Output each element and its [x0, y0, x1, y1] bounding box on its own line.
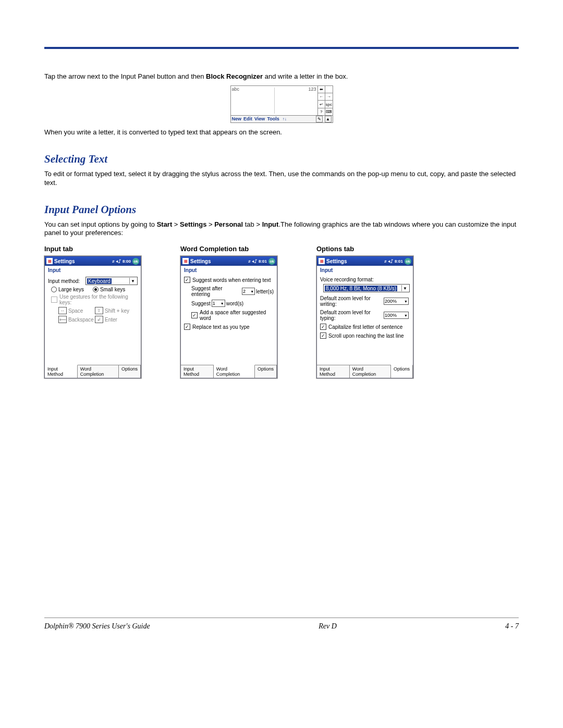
- windows-flag-icon: ⊞: [182, 258, 189, 264]
- intro-line1: Tap the arrow next to the Input Panel bu…: [44, 72, 519, 81]
- ipb-gt2: >: [206, 220, 214, 228]
- input-panel-body: You can set input options by going to St…: [44, 220, 519, 238]
- enter-icon: ↵: [318, 101, 326, 107]
- signal-icon: ⇄ ◀ᛢ: [384, 259, 393, 264]
- tab-input-method[interactable]: Input Method: [45, 365, 78, 378]
- col-title-input: Input tab: [44, 245, 141, 253]
- menu-new: New: [232, 116, 242, 121]
- input-tab-screenshot: ⊞ Settings ⇄ ◀ᛢ 8:00 ok Input Input meth…: [44, 256, 141, 378]
- suggest-n-dropdown[interactable]: 1▼: [212, 300, 225, 307]
- block-recognizer-sidekeys: ⬅ ←→ ↵spc ?⌨: [318, 86, 333, 115]
- triangle-up-icon: ▲: [325, 116, 332, 122]
- intro-line1a: Tap the arrow next to the Input Panel bu…: [44, 72, 206, 80]
- checkbox-capitalize[interactable]: [320, 324, 326, 330]
- radio-large-keys[interactable]: [51, 287, 57, 292]
- options-tab-screenshot: ⊞ Settings ⇄ ◀ᛢ 8:01 ok Input Voice reco…: [316, 256, 413, 378]
- block-recognizer-canvas: abc 123: [231, 86, 318, 115]
- use-gestures-label: Use gestures for the following keys:: [59, 294, 138, 305]
- tab-options[interactable]: Options: [255, 365, 277, 378]
- suggest-n-value: 1: [213, 301, 215, 306]
- chevron-down-icon: ▼: [404, 314, 408, 317]
- suggest-after-dropdown[interactable]: 2▼: [242, 288, 255, 295]
- windows-flag-icon: ⊞: [319, 258, 325, 264]
- chevron-down-icon: ▼: [404, 300, 408, 303]
- ok-button[interactable]: ok: [268, 258, 275, 265]
- back-icon: ⬅: [318, 86, 326, 93]
- selecting-text-body: To edit or format typed text, select it …: [44, 170, 519, 188]
- titlebar-text: Settings: [326, 258, 347, 264]
- updown-icon: ↑↓: [283, 117, 287, 121]
- suggest-n-label-b: word(s): [226, 301, 243, 306]
- voice-format-label: Voice recording format:: [320, 277, 410, 282]
- windows-flag-icon: ⊞: [46, 258, 53, 264]
- menu-tools: Tools: [267, 116, 279, 121]
- keyboard-icon: ⌨: [325, 108, 333, 115]
- zoom-write-dropdown[interactable]: 200%▼: [384, 298, 409, 305]
- suggest-after-label-b: letter(s): [256, 289, 274, 294]
- right-icon: →: [325, 93, 333, 100]
- footer-right: 4 - 7: [505, 622, 519, 631]
- intro-line1c: and write a letter in the box.: [263, 72, 348, 80]
- tab-input-method[interactable]: Input Method: [317, 365, 350, 378]
- wordcompletion-tab-screenshot: ⊞ Settings ⇄ ◀ᛢ 8:01 ok Input Suggest wo…: [180, 256, 277, 378]
- ipb-settings: Settings: [180, 220, 206, 228]
- heading-input-panel-options: Input Panel Options: [44, 203, 519, 216]
- ipb-start: Start: [157, 220, 173, 228]
- menu-edit: Edit: [243, 116, 252, 121]
- titlebar-text: Settings: [190, 258, 211, 264]
- suggest-after-value: 2: [243, 289, 246, 294]
- voice-format-dropdown[interactable]: 8,000 Hz, 8 Bit, Mono (8 KB/s) ▼: [323, 284, 410, 292]
- suggest-n-label-a: Suggest: [191, 301, 211, 306]
- window-subtitle: Input: [45, 266, 141, 275]
- canvas-divider: [274, 88, 275, 114]
- checkbox-scroll[interactable]: [320, 332, 326, 339]
- radio-small-keys[interactable]: [93, 287, 99, 292]
- checkbox-replace-text[interactable]: [184, 324, 190, 330]
- scroll-label: Scroll upon reaching the last line: [328, 333, 404, 339]
- large-keys-label: Large keys: [58, 287, 93, 292]
- ipb-gt1: >: [172, 220, 180, 228]
- zoom-write-label: Default zoom level for writing:: [320, 295, 383, 307]
- capitalize-label: Capitalize first letter of sentence: [328, 324, 402, 330]
- time-label: 8:00: [123, 259, 131, 264]
- checkbox-suggest-words[interactable]: [184, 277, 190, 283]
- gesture-shift-label: Shift + key: [105, 308, 129, 314]
- footer-rule: [44, 618, 519, 618]
- gesture-backspace-label: Backspace: [68, 317, 94, 323]
- tab-options[interactable]: Options: [391, 365, 413, 378]
- ipb-a: You can set input options by going to: [44, 220, 157, 228]
- titlebar-text: Settings: [54, 258, 75, 264]
- zoom-type-value: 100%: [385, 313, 397, 318]
- zoom-type-label: Default zoom level for typing:: [320, 310, 383, 321]
- zoom-type-dropdown[interactable]: 100%▼: [384, 312, 409, 319]
- space-key: spc: [325, 101, 333, 107]
- input-method-dropdown[interactable]: Keyboard ▼: [85, 277, 138, 285]
- top-rule: [44, 47, 519, 49]
- checkbox-add-space[interactable]: [191, 312, 198, 318]
- input-method-label: Input method:: [48, 278, 85, 284]
- chevron-down-icon: ▼: [129, 278, 136, 284]
- tab-input-method[interactable]: Input Method: [181, 365, 214, 378]
- signal-icon: ⇄ ◀ᛢ: [112, 259, 121, 264]
- block-recognizer-figure: abc 123 ⬅ ←→ ↵spc ?⌨ New Edit View Tools…: [230, 85, 333, 123]
- left-icon: ←: [318, 93, 326, 100]
- tab-options[interactable]: Options: [119, 365, 141, 378]
- voice-format-value: 8,000 Hz, 8 Bit, Mono (8 KB/s): [325, 286, 397, 291]
- ipb-tabword: tab >: [243, 220, 262, 228]
- time-label: 8:01: [395, 259, 403, 264]
- tab-word-completion[interactable]: Word Completion: [214, 365, 255, 378]
- checkbox-use-gestures[interactable]: [51, 297, 57, 303]
- tab-word-completion[interactable]: Word Completion: [350, 365, 391, 378]
- time-label: 8:01: [259, 259, 267, 264]
- gesture-space-label: Space: [68, 308, 83, 314]
- suggest-words-label: Suggest words when entering text: [192, 277, 271, 283]
- pen-icon: ✎: [316, 116, 323, 122]
- window-subtitle: Input: [317, 266, 413, 275]
- empty-cell: [325, 86, 333, 93]
- gesture-enter-icon: ↲: [95, 316, 103, 323]
- chevron-down-icon: ▼: [401, 285, 408, 291]
- menu-view: View: [254, 116, 265, 121]
- ok-button[interactable]: ok: [405, 258, 411, 265]
- ok-button[interactable]: ok: [132, 258, 139, 265]
- tab-word-completion[interactable]: Word Completion: [78, 365, 119, 378]
